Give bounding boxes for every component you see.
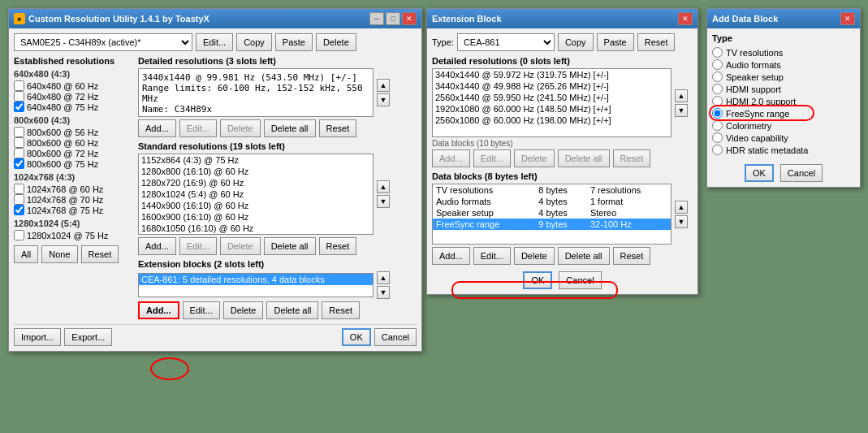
std-item-4[interactable]: 1280x1024 (5:4) @ 60 Hz	[139, 188, 373, 200]
delete-ext-btn[interactable]: Delete	[223, 301, 264, 319]
det-item-5[interactable]: 2560x1080 @ 60.000 Hz (198.00 MHz) [+/+]	[433, 115, 671, 126]
minimize-button[interactable]: ─	[369, 12, 384, 25]
radio-colorimetry[interactable]: Colorimetry	[712, 119, 855, 132]
radio-hdmi20[interactable]: HDMI 2.0 support	[712, 95, 855, 107]
edit-standard-btn[interactable]: Edit...	[179, 237, 217, 255]
delete-data-btn[interactable]: Delete	[514, 247, 555, 265]
ok-button-1[interactable]: OK	[342, 328, 371, 346]
add-detailed-btn[interactable]: Add...	[138, 119, 176, 137]
det-item-3[interactable]: 2560x1440 @ 59.950 Hz (241.50 MHz) [+/-]	[433, 92, 671, 103]
paste-btn-w2[interactable]: Paste	[597, 33, 634, 51]
data-row-speaker[interactable]: Speaker setup 4 bytes Stereo	[433, 207, 671, 219]
scroll-up-det-w2[interactable]: ▲	[675, 89, 688, 102]
close-button-2[interactable]: ✕	[678, 12, 693, 25]
std-item-3[interactable]: 1280x720 (16:9) @ 60 Hz	[139, 177, 373, 188]
add-det-w2[interactable]: Add...	[432, 149, 470, 167]
reset-ext-btn[interactable]: Reset	[322, 301, 360, 319]
radio-video[interactable]: Video capability	[712, 132, 855, 144]
delete-detailed-btn[interactable]: Delete	[220, 119, 261, 137]
close-button-1[interactable]: ✕	[402, 12, 417, 25]
delete-all-det-w2[interactable]: Delete all	[558, 149, 610, 167]
delete-all-ext-btn[interactable]: Delete all	[266, 301, 318, 319]
scroll-up-standard[interactable]: ▲	[377, 180, 390, 193]
radio-hdmi[interactable]: HDMI support	[712, 83, 855, 95]
res-1280-75[interactable]: 1280x1024 @ 75 Hz	[14, 230, 132, 240]
res-640-75[interactable]: 640x480 @ 75 Hz	[14, 102, 132, 112]
res-640-60[interactable]: 640x480 @ 60 Hz	[14, 80, 132, 91]
det-item-4[interactable]: 1920x1080 @ 60.000 Hz (148.50 MHz) [+/+]	[433, 103, 671, 115]
scroll-down-detailed[interactable]: ▼	[377, 93, 390, 106]
edit-data-btn[interactable]: Edit...	[473, 247, 511, 265]
std-item-7[interactable]: 1680x1050 (16:10) @ 60 Hz	[139, 223, 373, 234]
reset-detailed-btn[interactable]: Reset	[319, 119, 357, 137]
res-800-72[interactable]: 800x600 @ 72 Hz	[14, 148, 132, 158]
res-800-75[interactable]: 800x600 @ 75 Hz	[14, 158, 132, 169]
cancel-button-1[interactable]: Cancel	[374, 328, 417, 346]
data-row-tv[interactable]: TV resolutions 8 bytes 7 resolutions	[433, 184, 671, 196]
edit-det-w2[interactable]: Edit...	[473, 149, 511, 167]
radio-freesync[interactable]: FreeSync range	[712, 107, 855, 119]
import-button[interactable]: Import...	[14, 328, 61, 346]
res-800-56[interactable]: 800x600 @ 56 Hz	[14, 127, 132, 137]
radio-speaker[interactable]: Speaker setup	[712, 71, 855, 83]
detailed-info[interactable]: 3440x1440 @ 99.981 Hz (543.50 MHz) [+/-]…	[138, 68, 374, 117]
display-dropdown[interactable]: SAM0E25 - C34H89x (active)*	[14, 33, 192, 51]
scroll-down-data[interactable]: ▼	[675, 215, 688, 228]
delete-det-w2[interactable]: Delete	[514, 149, 555, 167]
add-standard-btn[interactable]: Add...	[138, 237, 176, 255]
std-item-2[interactable]: 1280x800 (16:10) @ 60 Hz	[139, 166, 373, 177]
delete-all-detailed-btn[interactable]: Delete all	[264, 119, 316, 137]
reset-btn-w2[interactable]: Reset	[637, 33, 676, 51]
scroll-down-standard[interactable]: ▼	[377, 195, 390, 208]
all-button[interactable]: All	[14, 245, 38, 263]
det-item-1[interactable]: 3440x1440 @ 59.972 Hz (319.75 MHz) [+/-]	[433, 69, 671, 80]
radio-tv[interactable]: TV resolutions	[712, 46, 855, 58]
res-1024-70[interactable]: 1024x768 @ 70 Hz	[14, 194, 132, 205]
delete-button-top[interactable]: Delete	[316, 33, 356, 51]
copy-button-top[interactable]: Copy	[236, 33, 272, 51]
add-data-btn[interactable]: Add...	[432, 247, 470, 265]
res-1024-75[interactable]: 1024x768 @ 75 Hz	[14, 205, 132, 215]
res-1024-60[interactable]: 1024x768 @ 60 Hz	[14, 184, 132, 194]
data-blocks-listbox[interactable]: TV resolutions 8 bytes 7 resolutions Aud…	[432, 184, 672, 245]
res-640-72[interactable]: 640x480 @ 72 Hz	[14, 91, 132, 102]
std-item-5[interactable]: 1440x900 (16:10) @ 60 Hz	[139, 200, 373, 211]
ok-button-3[interactable]: OK	[745, 164, 774, 182]
edit-ext-btn[interactable]: Edit...	[183, 301, 220, 319]
cancel-button-3[interactable]: Cancel	[780, 164, 823, 182]
radio-audio[interactable]: Audio formats	[712, 58, 855, 71]
data-row-freesync[interactable]: FreeSync range 9 bytes 32-100 Hz	[433, 219, 671, 230]
reset-button-established[interactable]: Reset	[81, 245, 119, 263]
cancel-button-2[interactable]: Cancel	[559, 271, 601, 289]
det-item-2[interactable]: 3440x1440 @ 49.988 Hz (265.26 MHz) [+/-]	[433, 80, 671, 92]
none-button[interactable]: None	[41, 245, 77, 263]
reset-det-w2[interactable]: Reset	[613, 149, 651, 167]
extension-listbox[interactable]: CEA-861: 5 detailed resolutions, 4 data …	[138, 273, 374, 297]
delete-standard-btn[interactable]: Delete	[220, 237, 261, 255]
ext-item-1[interactable]: CEA-861: 5 detailed resolutions, 4 data …	[139, 274, 373, 285]
std-item-1[interactable]: 1152x864 (4:3) @ 75 Hz	[139, 154, 373, 166]
scroll-down-ext[interactable]: ▼	[377, 286, 390, 299]
paste-button-top[interactable]: Paste	[275, 33, 313, 51]
close-button-3[interactable]: ✕	[840, 12, 855, 25]
maximize-button[interactable]: □	[386, 12, 400, 25]
delete-all-standard-btn[interactable]: Delete all	[264, 237, 316, 255]
add-ext-btn[interactable]: Add...	[138, 301, 179, 319]
scroll-down-det-w2[interactable]: ▼	[675, 104, 688, 117]
ok-button-2[interactable]: OK	[523, 271, 552, 289]
scroll-up-data[interactable]: ▲	[675, 201, 688, 214]
res-800-60[interactable]: 800x600 @ 60 Hz	[14, 137, 132, 148]
edit-button-top[interactable]: Edit...	[196, 33, 233, 51]
standard-listbox[interactable]: 1152x864 (4:3) @ 75 Hz 1280x800 (16:10) …	[138, 154, 374, 235]
reset-standard-btn[interactable]: Reset	[319, 237, 357, 255]
delete-all-data-btn[interactable]: Delete all	[558, 247, 610, 265]
scroll-up-detailed[interactable]: ▲	[377, 79, 390, 92]
copy-btn-w2[interactable]: Copy	[558, 33, 594, 51]
std-item-6[interactable]: 1600x900 (16:10) @ 60 Hz	[139, 211, 373, 223]
radio-hdr[interactable]: HDR static metadata	[712, 144, 855, 156]
data-row-audio[interactable]: Audio formats 4 bytes 1 format	[433, 196, 671, 207]
detailed-listbox-w2[interactable]: 3440x1440 @ 59.972 Hz (319.75 MHz) [+/-]…	[432, 68, 672, 137]
edit-detailed-btn[interactable]: Edit...	[179, 119, 217, 137]
export-button[interactable]: Export...	[64, 328, 112, 346]
type-dropdown[interactable]: CEA-861	[457, 33, 555, 51]
